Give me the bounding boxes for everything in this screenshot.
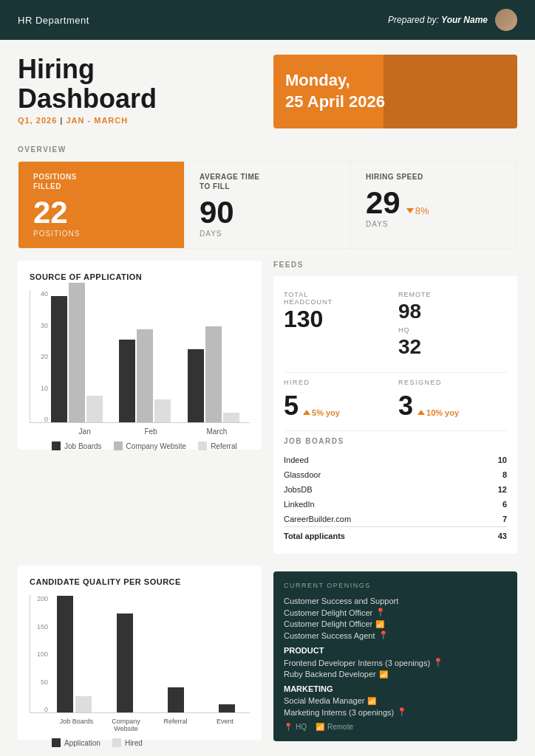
overview-cards: POSITIONSFILLED 22 POSITIONS AVERAGE TIM… <box>18 161 517 249</box>
legend-job-boards: Job Boards <box>52 441 102 450</box>
cq-group-event <box>203 704 250 712</box>
bar-jan-referral <box>86 396 103 422</box>
pin-icon: 📍 <box>378 630 389 640</box>
y-label: 30 <box>30 322 48 329</box>
cq-chart-section: CANDIDATE QUALITY PER SOURCE 200 150 100… <box>18 566 262 740</box>
positions-filled-value: 22 <box>33 196 169 230</box>
opening-text: Ruby Backend Developer <box>284 670 376 678</box>
hiring-speed-delta: 8% <box>406 205 429 216</box>
source-chart-section: SOURCE OF APPLICATION 40 30 20 10 0 <box>18 261 262 554</box>
feeds-label: FEEDS <box>273 261 517 269</box>
overview-label: OVERVIEW <box>18 145 517 154</box>
jb-name: CareerBuilder.com <box>284 512 480 527</box>
jb-name: LinkedIn <box>284 497 480 512</box>
jb-count: 7 <box>480 512 507 527</box>
avg-time-value: 90 <box>200 196 335 230</box>
feeds-section: TOTALHEADCOUNT 130 REMOTE 98 HQ 32 <box>273 276 517 554</box>
y-label: 10 <box>30 385 48 392</box>
positions-filled-label: POSITIONSFILLED <box>33 172 169 191</box>
divider <box>284 372 507 373</box>
wifi-icon: 📶 <box>379 670 388 678</box>
bar-feb-referral <box>154 399 171 422</box>
wifi-icon: 📶 <box>375 620 384 628</box>
opening-text: Customer Success Agent <box>284 631 375 640</box>
quarter-label: Q1, 2026 | JAN - MARCH <box>18 116 262 125</box>
hired-card: HIRED 5 5% yoy <box>284 379 392 422</box>
hq-value: 32 <box>398 335 507 359</box>
y-axis: 40 30 20 10 0 <box>30 290 48 423</box>
opening-text: Customer Delight Officer <box>284 619 372 628</box>
opening-item: Frontend Developer Interns (3 openings)📍 <box>284 658 507 667</box>
y-label: 20 <box>30 353 48 360</box>
jb-count: 8 <box>480 467 507 482</box>
x-label-march: March <box>184 427 250 436</box>
opening-item: Customer Delight Officer📶 <box>284 619 507 628</box>
avg-time-card: AVERAGE TIMETO FILL 90 DAYS <box>185 162 351 248</box>
jb-table-row: Indeed10 <box>284 453 507 467</box>
cq-legend-dark <box>52 738 61 747</box>
main-content: Hiring Dashboard Q1, 2026 | JAN - MARCH … <box>0 40 535 756</box>
prepared-name: Your Name <box>441 15 488 25</box>
feeds-column: FEEDS TOTALHEADCOUNT 130 REMOTE 98 <box>273 261 517 554</box>
date-text: Monday, 25 April 2026 <box>285 70 385 112</box>
pin-icon: 📍 <box>375 608 386 617</box>
cq-legend-hired-label: Hired <box>125 739 143 747</box>
openings-legend: 📍 HQ 📶 Remote <box>284 723 507 731</box>
cq-y-axis: 200 150 100 50 0 <box>30 595 48 713</box>
cq-x-referral: Referral <box>151 718 200 732</box>
hq-label: HQ <box>398 326 507 334</box>
dashboard-title: Hiring Dashboard <box>18 55 262 113</box>
avg-time-sublabel: DAYS <box>200 230 335 238</box>
x-label-jan: Jan <box>52 427 117 436</box>
job-boards-table: Indeed10Glassdoor8JobsDB12LinkedIn6Caree… <box>284 453 507 543</box>
resigned-label: RESIGNED <box>398 379 507 386</box>
y-label: 40 <box>30 290 48 298</box>
source-chart: SOURCE OF APPLICATION 40 30 20 10 0 <box>18 261 262 450</box>
positions-sublabel: POSITIONS <box>33 230 169 238</box>
opening-item: Ruby Backend Developer📶 <box>284 670 507 678</box>
openings-legend-remote: 📶 Remote <box>316 723 353 731</box>
jb-count: 10 <box>480 453 507 467</box>
jb-count: 6 <box>480 497 507 512</box>
total-headcount-value: 130 <box>284 307 392 331</box>
header-title: HR Department <box>18 15 89 26</box>
cq-legend-lighter <box>112 738 121 747</box>
y-label: 0 <box>30 416 48 423</box>
opening-text: Frontend Developer Interns (3 openings) <box>284 659 430 667</box>
cq-legend-application: Application <box>52 738 100 747</box>
legend-box-dark <box>52 441 61 450</box>
jb-table-row: CareerBuilder.com7 <box>284 512 507 527</box>
resigned-up-icon <box>418 410 425 415</box>
bar-jan-jobboards <box>51 296 67 422</box>
bar-feb-website <box>137 329 153 422</box>
opening-item: Customer Success and Support <box>284 597 507 605</box>
hiring-speed-value: 29 <box>366 186 401 220</box>
opening-item: Customer Delight Officer📍 <box>284 608 507 617</box>
cq-x-jobboards: Job Boards <box>52 718 101 732</box>
jb-table-row: LinkedIn6 <box>284 497 507 512</box>
source-chart-legend: Job Boards Company Website Referral <box>30 441 250 450</box>
jb-name: JobsDB <box>284 482 480 497</box>
resigned-value: 3 10% yoy <box>398 391 507 422</box>
bar-chart-area: 40 30 20 10 0 <box>30 290 250 423</box>
hiring-speed-row: 29 8% <box>366 186 502 220</box>
hired-delta: 5% yoy <box>303 408 340 417</box>
date-section: Monday, 25 April 2026 <box>273 55 517 134</box>
cq-group-jobboards <box>51 596 98 712</box>
legend-box-lighter <box>198 441 207 450</box>
date-card: Monday, 25 April 2026 <box>273 55 517 128</box>
resigned-card: RESIGNED 3 10% yoy <box>398 379 507 422</box>
opening-text: Social Media Manager <box>284 696 364 705</box>
bar-march-website <box>205 326 222 422</box>
pin-icon: 📍 <box>284 723 293 731</box>
positions-filled-card: POSITIONSFILLED 22 POSITIONS <box>18 162 185 248</box>
dashboard-title-section: Hiring Dashboard Q1, 2026 | JAN - MARCH <box>18 55 262 134</box>
opening-group-title: MARKETING <box>284 684 507 693</box>
hired-resigned-section: HIRED 5 5% yoy RESIGNED 3 <box>284 379 507 422</box>
cq-x-website: CompanyWebsite <box>101 718 151 732</box>
jb-table-row: JobsDB12 <box>284 482 507 497</box>
hired-up-icon <box>303 410 310 415</box>
opening-text: Customer Delight Officer <box>284 608 372 617</box>
cq-legend-application-label: Application <box>64 739 100 747</box>
openings-section: CURRENT OPENINGS Customer Success and Su… <box>273 571 517 741</box>
